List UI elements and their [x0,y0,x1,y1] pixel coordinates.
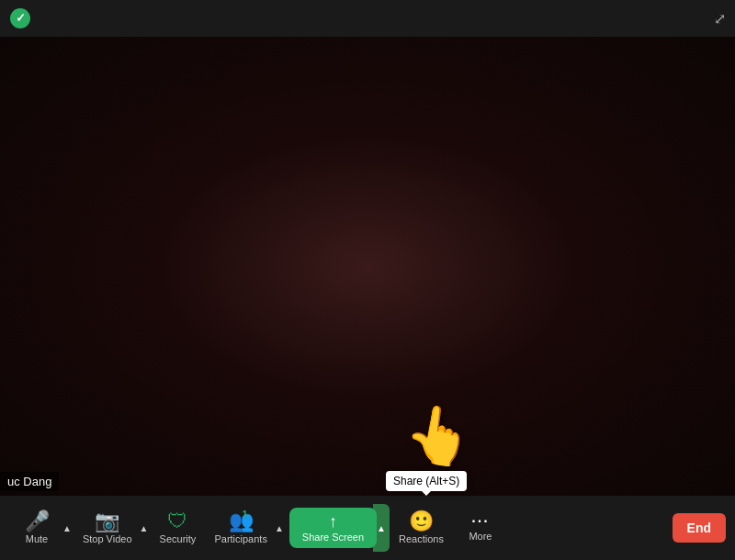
security-button[interactable]: 🛡 Security [150,508,205,548]
end-button-label: End [687,521,711,535]
participants-button[interactable]: 👥 1 Participants [205,508,276,548]
end-button[interactable]: End [673,513,726,543]
reactions-icon: 🙂 [409,511,434,532]
share-screen-button[interactable]: ↑ Share Screen [289,508,377,548]
mute-icon: 🎤 [25,511,50,532]
logo: ✓ [9,7,31,29]
participants-icon: 👥 1 [229,511,254,532]
toolbar-right: End [673,513,726,543]
share-screen-label: Share Screen [302,532,364,543]
security-icon: 🛡 [167,511,187,532]
svg-text:✓: ✓ [16,11,26,25]
stop-video-button[interactable]: 📷 Stop Video [74,508,141,548]
video-area [0,37,735,496]
share-screen-caret-icon: ▲ [377,523,386,533]
share-screen-icon: ↑ [329,513,337,530]
participants-count-badge: 1 [243,510,248,520]
stop-video-icon: 📷 [95,511,119,532]
mute-label: Mute [26,533,48,544]
toolbar-left: 🎤 Mute ▲ 📷 Stop Video ▲ 🛡 Security 👥 1 P… [9,504,673,552]
mute-button[interactable]: 🎤 Mute [9,508,64,548]
expand-icon: ⤢ [714,11,726,27]
more-icon: ··· [471,514,489,529]
top-bar: ✓ ⤢ [0,0,735,37]
reactions-button[interactable]: 🙂 Reactions [390,508,453,548]
stop-video-label: Stop Video [83,533,132,544]
more-button[interactable]: ··· More [453,510,508,545]
more-label: More [469,531,492,542]
participants-label: Participants [214,533,266,544]
share-tooltip: Share (Alt+S) [386,471,467,491]
reactions-label: Reactions [399,533,444,544]
security-label: Security [160,533,197,544]
name-badge: uc Dang [0,472,59,491]
zoom-logo-icon: ✓ [9,7,31,29]
expand-button[interactable]: ⤢ [714,10,726,28]
toolbar: 🎤 Mute ▲ 📷 Stop Video ▲ 🛡 Security 👥 1 P… [0,496,735,560]
